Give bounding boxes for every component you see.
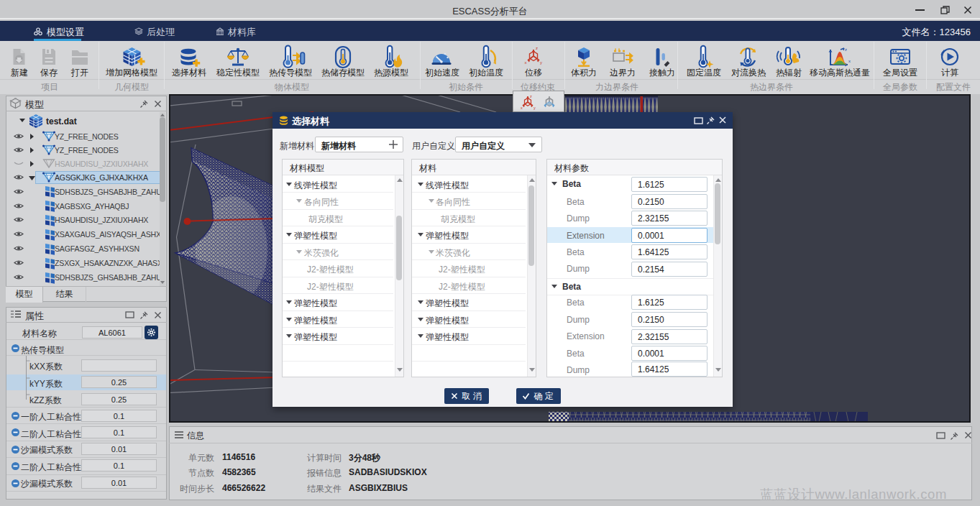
svg-text:y: y — [540, 60, 542, 65]
svg-text:y: y — [533, 106, 536, 110]
svg-text:x: x — [525, 60, 527, 65]
svg-text:z: z — [530, 94, 532, 98]
svg-text:x: x — [521, 106, 523, 110]
svg-text:x: x — [848, 59, 851, 63]
svg-text:z: z — [845, 47, 847, 52]
svg-text:z: z — [536, 46, 538, 50]
